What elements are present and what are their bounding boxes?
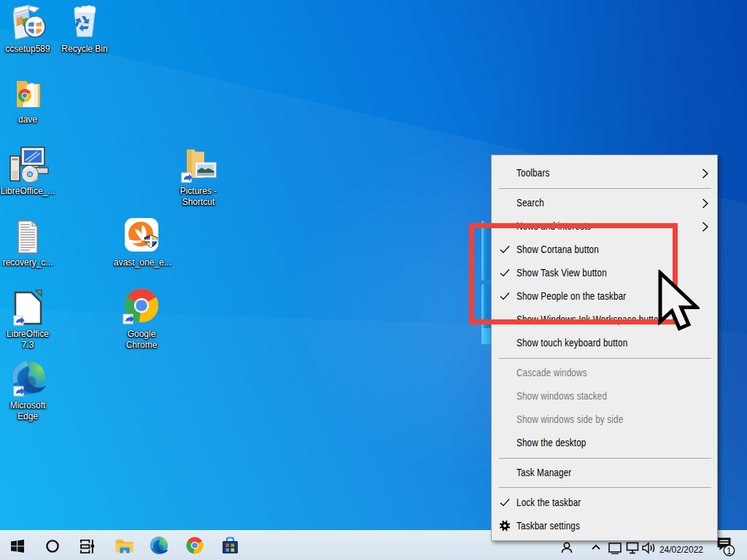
svg-text:1: 1: [727, 546, 732, 556]
